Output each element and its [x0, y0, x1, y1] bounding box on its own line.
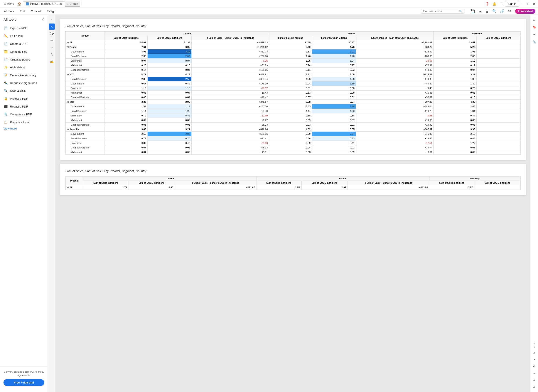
- canada-cogs: 0.03: [147, 150, 191, 154]
- toolbar-signature[interactable]: ✍: [49, 58, 55, 65]
- col-france-delta-2: Δ Sum of Sales − Sum of COGS in Thousand…: [347, 181, 429, 185]
- toolbar-draw[interactable]: ✏: [49, 37, 55, 43]
- rp-extra1[interactable]: ⚙: [531, 363, 537, 369]
- sidebar-item-label: Compress a PDF: [10, 113, 32, 116]
- organize-icon: 📑: [4, 57, 8, 62]
- sidebar-item-redact[interactable]: ⬛ Redact a PDF: [0, 103, 48, 110]
- rp-attachments[interactable]: 📎: [531, 39, 537, 45]
- rp-bookmarks[interactable]: 🔖: [531, 24, 537, 30]
- expand-icon[interactable]: ⊟: [67, 128, 69, 131]
- france-sales: 5.60: [269, 45, 312, 49]
- france-sales: 0.13: [269, 91, 312, 95]
- expand-icon[interactable]: ⊟: [67, 46, 69, 48]
- sidebar-item-label: Organize pages: [10, 58, 30, 61]
- france-cogs: 3.27: [312, 100, 356, 104]
- germany-cogs: [477, 63, 521, 68]
- save-icon[interactable]: 💾: [470, 9, 476, 14]
- zoom-icon[interactable]: 🔍: [491, 9, 497, 14]
- toolbar-comment[interactable]: 💬: [49, 30, 55, 37]
- france-sales: 2.69: [269, 132, 312, 136]
- ai-assistant-button[interactable]: AI Assistant: [515, 9, 535, 14]
- germany-cogs: [477, 118, 521, 122]
- france-delta: +29.43: [356, 136, 434, 141]
- canada-delta: +6.27: [191, 118, 269, 122]
- toolbar-shape[interactable]: ○: [49, 44, 55, 51]
- trial-button[interactable]: Free 7-day trial: [4, 379, 44, 386]
- canada-sales: 0.97: [105, 59, 148, 63]
- sidebar-item-esign[interactable]: ✒️ Request e-signatures: [0, 79, 48, 87]
- email-icon[interactable]: ✉: [507, 9, 512, 14]
- sidebar-item-combine[interactable]: 🗂️ Combine files: [0, 48, 48, 56]
- page-num-6: 6: [533, 345, 535, 349]
- rp-zoom-out[interactable]: ⊖: [531, 384, 537, 390]
- menu-esign[interactable]: E-Sign: [46, 9, 57, 14]
- canada-sales: 1.37: [105, 104, 148, 109]
- sidebar-item-ai[interactable]: ✨ AI Assistant: [0, 63, 48, 71]
- france-cogs: 0.02: [312, 150, 356, 154]
- sidebar-item-export[interactable]: 📄 Export a PDF: [0, 24, 48, 32]
- germany-sales: 2.00: [434, 54, 477, 59]
- scroll-up[interactable]: ▲: [531, 349, 537, 355]
- sidebar-close-button[interactable]: ✕: [41, 17, 44, 22]
- new-tab-button[interactable]: + Create: [65, 1, 80, 7]
- sidebar-item-form[interactable]: 📋 Prepare a form: [0, 118, 48, 126]
- sidebar-item-ocr[interactable]: 🔍 Scan & OCR: [0, 87, 48, 95]
- create-icon: 📄: [4, 42, 8, 46]
- apps-icon[interactable]: ⊞: [499, 1, 503, 7]
- canada-cogs: 2.55: [147, 77, 191, 81]
- upload-icon[interactable]: ☁: [477, 9, 483, 14]
- print-icon[interactable]: 🖨: [484, 9, 490, 14]
- toolbar-collapse[interactable]: ≡: [49, 17, 55, 23]
- canada-delta: -6.26: [191, 59, 269, 63]
- sign-in-button[interactable]: Sign in: [505, 1, 519, 7]
- sidebar-item-organize[interactable]: 📑 Organize pages: [0, 56, 48, 63]
- sidebar-item-edit[interactable]: ✏️ Edit a PDF: [0, 32, 48, 40]
- expand-icon[interactable]: ⊟: [67, 101, 69, 103]
- france-sales: 0.31: [269, 86, 312, 91]
- expand-icon[interactable]: ⊟: [67, 73, 69, 76]
- france-cogs: 0.83: [312, 136, 356, 141]
- search-input[interactable]: [423, 10, 458, 13]
- minimize-icon[interactable]: ─: [521, 1, 525, 7]
- scroll-down[interactable]: ▼: [531, 356, 537, 362]
- active-tab[interactable]: inforiverPremium2B7A... ✕: [23, 1, 65, 7]
- esign-icon: ✒️: [4, 81, 8, 85]
- expand-icon[interactable]: ⊟: [67, 186, 69, 189]
- rp-extra2[interactable]: ≡: [531, 370, 537, 376]
- table-row: Small Business2.332.09+237.601.461.28+18…: [65, 54, 521, 59]
- notifications-icon[interactable]: 🔔: [492, 1, 497, 7]
- germany-sales: 0.04: [434, 68, 477, 72]
- rp-zoom-in[interactable]: ⊕: [531, 377, 537, 383]
- germany-cogs: [477, 145, 521, 150]
- menu-edit[interactable]: Edit: [19, 9, 26, 14]
- tab-close-icon[interactable]: ✕: [60, 2, 62, 5]
- canada-delta: +42.42: [191, 95, 269, 100]
- france-delta: +79.33: [356, 68, 434, 72]
- home-icon[interactable]: 🏠: [18, 2, 21, 6]
- germany-cogs: [477, 68, 521, 72]
- col-france-cogs-2: Sum of COGS in Millions: [301, 181, 347, 185]
- menu-button[interactable]: ☰ Menu: [2, 1, 16, 6]
- expand-icon[interactable]: ⊟: [67, 41, 69, 44]
- search-bar[interactable]: 🔍: [421, 9, 464, 14]
- toolbar-select[interactable]: ↖: [49, 23, 55, 30]
- menu-all-tools[interactable]: All tools: [3, 9, 15, 14]
- help-icon[interactable]: ❓: [484, 1, 490, 7]
- germany-sales: 0.02: [434, 150, 477, 154]
- sidebar-item-protect[interactable]: 🔒 Protect a PDF: [0, 95, 48, 103]
- link-icon[interactable]: 🔗: [499, 9, 505, 14]
- canada-cogs: 2.06: [147, 132, 191, 136]
- menu-convert[interactable]: Convert: [30, 9, 42, 14]
- france-sales: 4.02: [269, 127, 312, 132]
- canada-sales: 0.04: [105, 150, 148, 154]
- sidebar-item-compress[interactable]: 🗜️ Compress a PDF: [0, 110, 48, 118]
- close-icon[interactable]: ✕: [532, 1, 536, 7]
- rp-thumbnails[interactable]: ⊞: [531, 17, 537, 23]
- sidebar-item-create[interactable]: 📄 Create a PDF: [0, 40, 48, 48]
- toolbar-text[interactable]: A: [49, 51, 55, 57]
- view-more-link[interactable]: View more: [0, 126, 48, 131]
- maximize-icon[interactable]: □: [527, 1, 530, 7]
- rp-layers[interactable]: ≡: [531, 31, 537, 37]
- sidebar-item-generative[interactable]: 📝 Generative summary: [0, 71, 48, 79]
- canada-delta: +25.23: [191, 122, 269, 127]
